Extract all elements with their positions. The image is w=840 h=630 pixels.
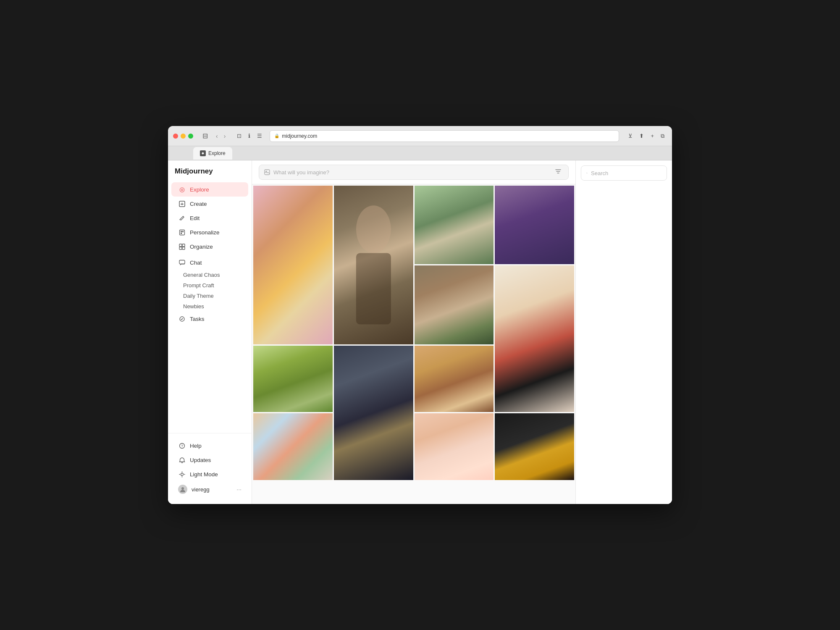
back-button[interactable]: ‹ <box>214 132 220 140</box>
gallery-item-1[interactable] <box>253 186 333 344</box>
app-body: Midjourney ◎ Explore Create Edit <box>168 160 672 504</box>
chat-sub-label: General Chaos <box>183 272 220 278</box>
search-input[interactable] <box>273 169 550 176</box>
personalize-icon <box>178 228 186 236</box>
chat-sub-item-daily-theme[interactable]: Daily Theme <box>180 291 252 301</box>
url-bar[interactable]: 🔒 midjourney.com <box>270 130 619 142</box>
filter-button[interactable] <box>553 166 563 178</box>
explore-icon: ◎ <box>178 186 186 193</box>
sidebar-item-organize[interactable]: Organize <box>171 239 248 254</box>
right-toolbar: ⊻ ⬆ + ⧉ <box>626 131 667 141</box>
sidebar-item-label: Personalize <box>190 229 220 236</box>
nav-controls: ‹ › <box>214 132 228 140</box>
edit-icon <box>178 214 186 222</box>
tasks-icon <box>178 315 186 323</box>
sidebar-item-edit[interactable]: Edit <box>171 211 248 225</box>
chat-sub-label: Daily Theme <box>183 293 214 299</box>
gallery-item-3[interactable] <box>415 186 494 264</box>
avatar <box>178 485 187 494</box>
sidebar-item-help[interactable]: ? Help <box>171 438 248 453</box>
gallery-container[interactable] <box>252 184 575 504</box>
svg-rect-23 <box>356 253 391 324</box>
gallery-item-11[interactable] <box>253 413 333 480</box>
sidebar-bottom: ? Help Updates Light Mode <box>168 433 252 497</box>
sidebar-item-tasks[interactable]: Tasks <box>171 312 248 326</box>
sidebar-item-label: Light Mode <box>190 471 218 478</box>
download-icon[interactable]: ⊻ <box>626 131 635 141</box>
svg-text:?: ? <box>181 444 183 448</box>
search-input-wrap <box>259 165 569 180</box>
sidebar-item-explore[interactable]: ◎ Explore <box>171 182 248 197</box>
traffic-lights <box>173 134 193 139</box>
svg-rect-8 <box>179 247 182 249</box>
sidebar-item-chat[interactable]: Chat <box>171 255 248 270</box>
sidebar-item-label: Create <box>190 201 207 207</box>
sidebar-item-light-mode[interactable]: Light Mode <box>171 467 248 481</box>
organize-icon <box>178 243 186 250</box>
sidebar-item-updates[interactable]: Updates <box>171 453 248 467</box>
svg-rect-2 <box>179 230 184 235</box>
right-panel <box>575 160 672 504</box>
gallery-item-4[interactable] <box>495 186 574 264</box>
chat-sub-label: Prompt Craft <box>183 282 214 289</box>
sidebar-item-label: Help <box>190 443 202 449</box>
gallery-item-5[interactable] <box>415 265 494 344</box>
tab-bar: Explore <box>168 146 672 160</box>
right-search-bar <box>581 165 667 181</box>
minimize-button[interactable] <box>181 134 186 139</box>
create-icon <box>178 200 186 207</box>
svg-rect-10 <box>179 260 185 264</box>
tabs-overview-icon[interactable]: ⧉ <box>658 131 667 141</box>
maximize-button[interactable] <box>188 134 193 139</box>
user-row[interactable]: vieregg ··· <box>171 481 248 497</box>
sidebar-item-label: Updates <box>190 457 211 463</box>
gallery-item-2[interactable] <box>334 186 413 344</box>
tab-label: Explore <box>208 150 226 156</box>
toolbar-icons: ⊡ ℹ ☰ <box>234 131 265 140</box>
svg-point-22 <box>356 205 391 253</box>
close-button[interactable] <box>173 134 178 139</box>
svg-rect-5 <box>181 233 182 234</box>
gallery-item-8[interactable] <box>253 346 333 412</box>
gallery-item-9[interactable] <box>415 346 494 412</box>
gallery-item-7[interactable] <box>495 265 574 412</box>
image-icon <box>264 169 270 175</box>
new-tab-icon[interactable]: + <box>648 131 656 141</box>
title-bar: ⊟ ‹ › ⊡ ℹ ☰ 🔒 midjourney.com ⊻ ⬆ + ⧉ <box>168 126 672 146</box>
reader-icon[interactable]: ☰ <box>255 131 265 140</box>
svg-rect-4 <box>182 231 184 232</box>
info-icon[interactable]: ℹ <box>246 131 253 140</box>
sidebar-item-create[interactable]: Create <box>171 197 248 211</box>
svg-line-25 <box>587 173 588 174</box>
chat-sub-item-prompt-craft[interactable]: Prompt Craft <box>180 280 252 291</box>
right-search-input[interactable] <box>591 170 662 176</box>
svg-point-19 <box>181 487 184 490</box>
sun-icon <box>178 470 186 478</box>
screen-capture-icon[interactable]: ⊡ <box>234 131 244 140</box>
chat-sub-item-general[interactable]: General Chaos <box>180 270 252 280</box>
sidebar-toggle-button[interactable]: ⊟ <box>200 131 210 141</box>
user-more-button[interactable]: ··· <box>236 486 242 493</box>
forward-button[interactable]: › <box>222 132 228 140</box>
sidebar-item-personalize[interactable]: Personalize <box>171 225 248 239</box>
sidebar-item-label: Tasks <box>190 316 205 322</box>
svg-rect-9 <box>182 247 185 249</box>
chat-sub-item-newbies[interactable]: Newbies <box>180 301 252 312</box>
main-content <box>252 160 575 504</box>
chat-sub-items: General Chaos Prompt Craft Daily Theme N… <box>180 270 252 312</box>
chat-icon <box>178 259 186 266</box>
sidebar-item-label: Edit <box>190 215 200 221</box>
username: vieregg <box>192 486 210 493</box>
gallery-item-12[interactable] <box>415 413 494 480</box>
sidebar: Midjourney ◎ Explore Create Edit <box>168 160 252 504</box>
gallery-item-6[interactable] <box>334 346 413 480</box>
tab-favicon <box>200 150 206 156</box>
gallery-item-10[interactable] <box>495 413 574 480</box>
lock-icon: 🔒 <box>274 134 279 138</box>
chat-sub-label: Newbies <box>183 303 204 310</box>
share-icon[interactable]: ⬆ <box>637 131 646 141</box>
sidebar-logo: Midjourney <box>168 167 252 182</box>
explore-tab[interactable]: Explore <box>193 147 232 160</box>
bell-icon <box>178 456 186 464</box>
svg-rect-3 <box>181 231 182 232</box>
